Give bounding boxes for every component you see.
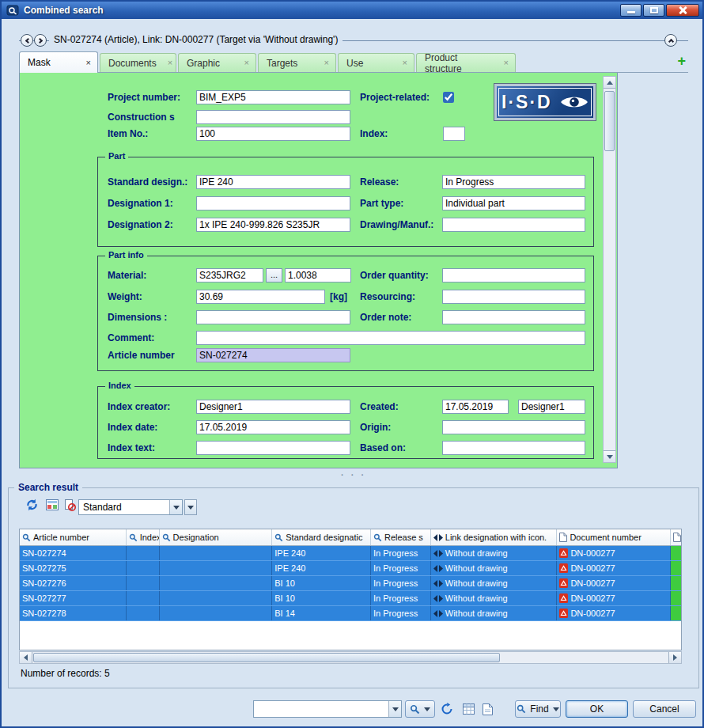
index-text-input[interactable] <box>196 441 350 455</box>
cell-designation <box>160 591 273 605</box>
eye-icon <box>560 93 589 112</box>
standard-design-input[interactable] <box>196 175 350 189</box>
result-preset-combo[interactable]: Standard <box>78 499 183 515</box>
tab-documents[interactable]: Documents × <box>100 53 176 72</box>
cancel-button[interactable]: Cancel <box>633 700 696 718</box>
cell-link_designation: Without drawing <box>431 591 558 605</box>
add-tab-button[interactable]: + <box>677 54 686 68</box>
table-row[interactable]: SN-027278BI 14In ProgressWithout drawing… <box>20 606 681 621</box>
tab-use[interactable]: Use × <box>338 53 414 72</box>
refresh-results-button[interactable] <box>24 497 40 513</box>
reload-button[interactable] <box>438 701 456 717</box>
next-record-button[interactable] <box>34 34 47 47</box>
tab-close-icon[interactable]: × <box>504 59 509 67</box>
index-input[interactable] <box>443 127 465 141</box>
result-view-button[interactable] <box>44 497 60 513</box>
search-icon <box>274 533 283 542</box>
index-date-input[interactable] <box>196 420 350 434</box>
index-creator-input[interactable] <box>196 400 350 414</box>
window-title: Combined search <box>24 5 104 16</box>
project-number-input[interactable] <box>196 90 350 104</box>
table-row[interactable]: SN-027276BI 10In ProgressWithout drawing… <box>20 576 681 591</box>
tab-close-icon[interactable]: × <box>168 59 172 67</box>
resourcing-input[interactable] <box>442 290 585 304</box>
titlebar[interactable]: Combined search <box>2 2 702 19</box>
origin-label: Origin: <box>360 420 391 434</box>
material-number-input[interactable] <box>285 268 351 282</box>
comment-input[interactable] <box>196 331 585 345</box>
tab-close-icon[interactable]: × <box>244 59 249 67</box>
mask-vertical-scrollbar[interactable] <box>603 76 616 463</box>
document-icon <box>483 703 493 715</box>
drawing-manuf-input[interactable] <box>442 218 585 232</box>
table-row[interactable]: SN-027275IPE 240In ProgressWithout drawi… <box>20 561 681 576</box>
scroll-up-button[interactable] <box>604 77 615 89</box>
cell-designation <box>160 576 273 590</box>
find-button[interactable]: Find <box>515 700 561 718</box>
column-header-standard_designation[interactable]: Standard designatic <box>272 529 371 545</box>
part-type-input[interactable] <box>442 196 585 210</box>
based-on-input[interactable] <box>442 441 585 455</box>
search-result-legend: Search result <box>14 482 82 493</box>
cell-standard_designation: IPE 240 <box>272 561 371 575</box>
minimize-button[interactable] <box>620 4 642 17</box>
column-header-release[interactable]: Release s <box>371 529 431 545</box>
tab-close-icon[interactable]: × <box>86 59 91 67</box>
origin-input[interactable] <box>442 420 585 434</box>
ok-button[interactable]: OK <box>566 700 628 718</box>
column-header-index[interactable]: Index <box>127 529 160 545</box>
link-icon <box>433 565 443 572</box>
footer-combo[interactable] <box>253 700 402 718</box>
table-row[interactable]: SN-027274IPE 240In ProgressWithout drawi… <box>20 546 681 561</box>
construction-input[interactable] <box>196 110 350 124</box>
column-header-s[interactable]: S <box>671 529 681 545</box>
table-horizontal-scrollbar[interactable] <box>19 651 682 664</box>
export-table-button[interactable] <box>460 701 477 717</box>
scroll-right-button[interactable] <box>668 652 681 663</box>
dimensions-input[interactable] <box>196 310 350 324</box>
collapse-button[interactable] <box>664 34 677 47</box>
scroll-left-button[interactable] <box>20 652 32 663</box>
scroll-down-button[interactable] <box>604 450 615 462</box>
designation1-input[interactable] <box>196 196 350 210</box>
weight-input[interactable] <box>196 290 325 304</box>
new-document-button[interactable] <box>479 701 496 717</box>
created-by-input[interactable] <box>518 400 585 414</box>
column-header-document_number[interactable]: Document number <box>557 529 671 545</box>
material-browse-button[interactable]: ... <box>266 268 282 282</box>
column-header-designation[interactable]: Designation <box>160 529 273 545</box>
article-number-label: Article number <box>108 348 175 362</box>
tab-product-structure[interactable]: Product structure × <box>416 53 516 72</box>
cell-index <box>127 606 160 620</box>
column-header-link_designation[interactable]: Link designation with icon. <box>431 529 558 545</box>
preset-options-button[interactable] <box>184 499 197 515</box>
project-related-checkbox[interactable] <box>443 92 454 103</box>
prev-record-button[interactable] <box>21 34 33 47</box>
maximize-button[interactable] <box>643 4 664 17</box>
tab-close-icon[interactable]: × <box>324 59 329 67</box>
tab-graphic[interactable]: Graphic × <box>178 53 256 72</box>
order-note-input[interactable] <box>442 310 585 324</box>
search-split-button[interactable] <box>405 700 435 718</box>
release-input[interactable] <box>442 175 585 189</box>
tab-mask[interactable]: Mask × <box>19 51 98 73</box>
material-input[interactable] <box>196 268 263 282</box>
weight-label: Weight: <box>108 290 142 304</box>
tab-close-icon[interactable]: × <box>403 59 407 67</box>
cell-document_number: DN-000277 <box>557 591 671 605</box>
splitter-grip[interactable]: · · · <box>318 470 389 480</box>
column-label: Standard designatic <box>286 533 362 542</box>
tab-targets[interactable]: Targets × <box>258 53 336 72</box>
designation2-input[interactable] <box>196 218 350 232</box>
close-button[interactable] <box>666 4 699 17</box>
scrollbar-thumb[interactable] <box>604 91 615 151</box>
clear-result-button[interactable] <box>62 497 78 513</box>
table-row[interactable]: SN-027277BI 10In ProgressWithout drawing… <box>20 591 681 606</box>
search-icon <box>162 533 171 542</box>
scrollbar-thumb[interactable] <box>33 653 500 662</box>
order-quantity-input[interactable] <box>442 268 585 282</box>
column-header-article_number[interactable]: Article number <box>20 529 127 545</box>
tab-strip: Mask × Documents × Graphic × Targets × U… <box>19 51 688 73</box>
created-date-input[interactable] <box>442 400 509 414</box>
item-no-input[interactable] <box>196 127 350 141</box>
